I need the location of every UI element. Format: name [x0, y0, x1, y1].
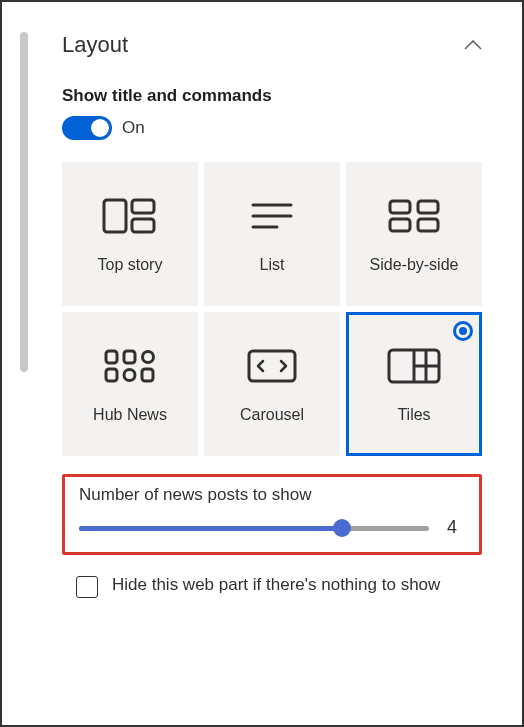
list-icon: [251, 194, 293, 238]
svg-rect-11: [124, 351, 135, 363]
slider-label: Number of news posts to show: [79, 485, 465, 505]
svg-rect-2: [132, 219, 154, 232]
layout-label: Top story: [98, 256, 163, 274]
slider-row: 4: [79, 517, 465, 538]
slider-value: 4: [447, 517, 465, 538]
slider-thumb[interactable]: [333, 519, 351, 537]
carousel-icon: [247, 344, 297, 388]
layout-option-hub-news[interactable]: Hub News: [62, 312, 198, 456]
layout-label: Hub News: [93, 406, 167, 424]
svg-rect-15: [142, 369, 153, 381]
svg-rect-8: [390, 219, 410, 231]
layout-label: Carousel: [240, 406, 304, 424]
toggle-section-label: Show title and commands: [62, 86, 482, 106]
radio-selected-icon: [453, 321, 473, 341]
svg-rect-9: [418, 219, 438, 231]
slider-fill: [79, 526, 342, 531]
layout-option-carousel[interactable]: Carousel: [204, 312, 340, 456]
layout-label: Tiles: [397, 406, 430, 424]
slider-highlight-box: Number of news posts to show 4: [62, 474, 482, 555]
checkbox-row: Hide this web part if there's nothing to…: [62, 573, 482, 598]
section-header[interactable]: Layout: [62, 32, 482, 58]
svg-rect-16: [249, 351, 295, 381]
layout-option-top-story[interactable]: Top story: [62, 162, 198, 306]
layout-options-grid: Top story List Side-by-si: [62, 162, 482, 456]
top-story-icon: [102, 194, 158, 238]
layout-label: List: [260, 256, 285, 274]
chevron-up-icon: [464, 36, 482, 54]
layout-option-side-by-side[interactable]: Side-by-side: [346, 162, 482, 306]
side-by-side-icon: [388, 194, 440, 238]
svg-point-12: [143, 352, 154, 363]
tiles-icon: [387, 344, 441, 388]
layout-option-tiles[interactable]: Tiles: [346, 312, 482, 456]
layout-option-list[interactable]: List: [204, 162, 340, 306]
posts-count-slider[interactable]: [79, 518, 429, 538]
hub-news-icon: [104, 344, 156, 388]
checkbox-label: Hide this web part if there's nothing to…: [112, 573, 440, 597]
layout-panel: Layout Show title and commands On Top st…: [2, 2, 522, 618]
svg-rect-0: [104, 200, 126, 232]
toggle-thumb: [91, 119, 109, 137]
section-title: Layout: [62, 32, 128, 58]
toggle-row: On: [62, 116, 482, 140]
layout-label: Side-by-side: [370, 256, 459, 274]
svg-rect-1: [132, 200, 154, 213]
hide-webpart-checkbox[interactable]: [76, 576, 98, 598]
svg-rect-6: [390, 201, 410, 213]
svg-rect-7: [418, 201, 438, 213]
toggle-state-label: On: [122, 118, 145, 138]
svg-rect-13: [106, 369, 117, 381]
svg-point-14: [124, 370, 135, 381]
show-title-toggle[interactable]: [62, 116, 112, 140]
svg-rect-10: [106, 351, 117, 363]
scrollbar[interactable]: [20, 32, 28, 372]
